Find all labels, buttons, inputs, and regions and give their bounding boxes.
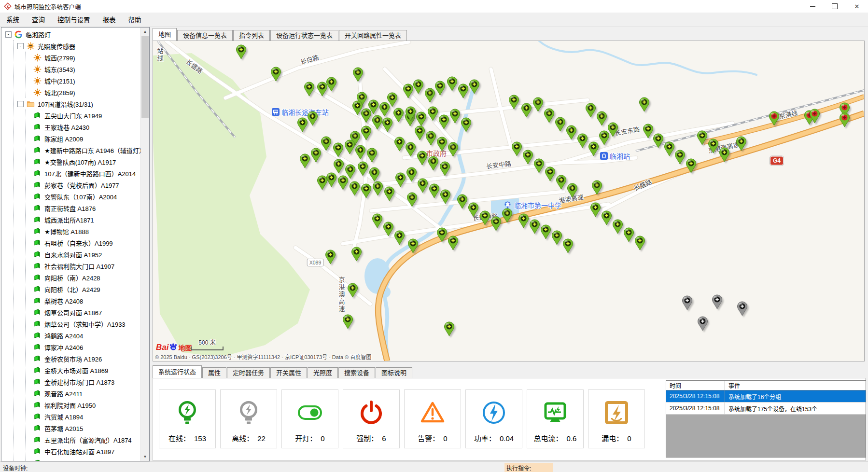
tree-device-item[interactable]: ★交警队西(107南) A1917 [26, 156, 141, 167]
tree-device-item[interactable]: 石咀桥（自来水）A1999 [26, 237, 141, 249]
device-pin-green[interactable] [357, 161, 368, 176]
minimize-button[interactable] [801, 0, 824, 13]
device-pin-green[interactable] [321, 136, 332, 151]
device-pin-green[interactable] [361, 125, 372, 140]
device-pin-green[interactable] [577, 133, 588, 148]
device-pin-green[interactable] [532, 97, 544, 112]
device-pin-green[interactable] [719, 147, 730, 162]
device-pin-green[interactable] [325, 250, 336, 264]
device-pin-green[interactable] [697, 130, 708, 145]
menu-item-0[interactable]: 系统 [0, 13, 26, 26]
map-tab-4[interactable]: 开关回路属性一览表 [339, 30, 407, 41]
device-pin-green[interactable] [545, 167, 556, 181]
panel-tab-2[interactable]: 定时器任务 [227, 367, 270, 378]
tree-device-item[interactable]: 陈家组 A2009 [26, 133, 141, 144]
map-tab-1[interactable]: 设备信息一览表 [177, 30, 233, 41]
device-pin-green[interactable] [601, 210, 612, 225]
device-pin-green[interactable] [406, 167, 417, 182]
device-pin-green[interactable] [444, 321, 455, 336]
tree-device-item[interactable]: 五尖山大门东 A1949 [26, 110, 141, 121]
device-pin-green[interactable] [405, 106, 416, 121]
device-pin-green[interactable] [588, 141, 599, 156]
device-pin-green[interactable] [566, 125, 577, 140]
device-pin-green[interactable] [416, 111, 427, 126]
device-pin-green[interactable] [490, 216, 502, 231]
device-pin-green[interactable] [395, 172, 406, 187]
device-pin-gray[interactable] [712, 294, 723, 309]
device-pin-green[interactable] [736, 136, 747, 151]
device-pin-green[interactable] [351, 247, 362, 262]
device-pin-green[interactable] [297, 117, 308, 132]
device-pin-green[interactable] [403, 83, 414, 98]
device-pin-green[interactable] [567, 183, 578, 198]
device-pin-green[interactable] [310, 148, 322, 163]
device-pin-red[interactable] [839, 112, 850, 127]
device-pin-green[interactable] [428, 156, 439, 171]
device-pin-green[interactable] [436, 227, 448, 242]
device-pin-green[interactable] [299, 153, 310, 168]
panel-tab-5[interactable]: 搜索设备 [338, 367, 375, 378]
tree-device-item[interactable]: 社会福利院大门口 A1907 [26, 260, 141, 272]
device-pin-green[interactable] [427, 106, 438, 121]
device-pin-green[interactable] [414, 125, 425, 140]
collapse-toggle-icon[interactable]: - [5, 31, 12, 38]
device-pin-green[interactable] [394, 230, 405, 245]
device-pin-green[interactable] [562, 238, 574, 253]
device-pin-green[interactable] [469, 79, 480, 94]
device-pin-green[interactable] [634, 236, 645, 250]
device-pin-green[interactable] [643, 124, 654, 139]
tree-device-item[interactable]: 谭家冲 A2406 [26, 341, 141, 353]
tree-group-item-1[interactable]: -107国道沿线(31/31) [14, 98, 141, 110]
device-pin-green[interactable] [502, 208, 513, 223]
tree-device-item[interactable] [26, 457, 141, 461]
menu-item-2[interactable]: 控制与设置 [51, 13, 97, 26]
panel-tab-1[interactable]: 属性 [202, 367, 226, 378]
device-pin-green[interactable] [544, 108, 555, 123]
menu-item-4[interactable]: 帮助 [122, 13, 148, 26]
device-pin-green[interactable] [708, 139, 719, 153]
device-pin-green[interactable] [521, 103, 532, 118]
device-pin-green[interactable] [424, 88, 435, 103]
maximize-button[interactable] [824, 0, 846, 13]
device-pin-green[interactable] [448, 236, 459, 250]
event-row[interactable]: 2025/3/28 12:15:08系统加载了16个分组 [666, 390, 866, 403]
tree-device-item[interactable]: 观音路 A2411 [26, 388, 141, 399]
device-pin-green[interactable] [461, 117, 472, 132]
device-pin-green[interactable] [623, 227, 634, 242]
tree-device-item[interactable]: 烟草公司对面 A1867 [26, 306, 141, 318]
device-pin-green[interactable] [369, 167, 380, 182]
device-pin-green[interactable] [555, 117, 566, 132]
device-pin-green[interactable] [372, 115, 383, 130]
scroll-down-icon[interactable]: ▼ [141, 453, 149, 461]
tree-root-item[interactable]: -临湘路灯 [1, 28, 141, 40]
event-row[interactable]: 2025/3/28 12:15:08系统加载了175个设备，在线153个 [666, 403, 866, 415]
tree-device-item[interactable]: 鸿鹤路 A2404 [26, 330, 141, 341]
device-pin-red[interactable] [809, 109, 820, 124]
tree-device-item[interactable]: 五里派出所（富源汽配）A1874 [26, 434, 141, 445]
tree-device-item[interactable]: 芭茅塘 A2015 [26, 422, 141, 434]
tree-device-item[interactable]: 城西(2799) [26, 52, 141, 63]
device-pin-green[interactable] [347, 283, 358, 298]
device-pin-green[interactable] [382, 117, 393, 132]
tree-device-item[interactable]: 王家珑巷 A2430 [26, 121, 141, 133]
map-tab-3[interactable]: 设备运行状态一览表 [270, 30, 338, 41]
device-pin-green[interactable] [304, 82, 315, 97]
device-pin-green[interactable] [417, 178, 428, 193]
scroll-up-icon[interactable]: ▲ [141, 28, 149, 36]
device-pin-green[interactable] [333, 142, 344, 157]
device-pin-green[interactable] [333, 159, 344, 174]
device-pin-green[interactable] [425, 131, 436, 146]
tree-device-item[interactable]: 城东(3543) [26, 63, 141, 75]
tree-device-item[interactable]: 向阳桥（南）A2428 [26, 272, 141, 283]
device-pin-green[interactable] [533, 158, 545, 173]
tree-device-item[interactable]: 交警队东（107南）A2004 [26, 191, 141, 202]
device-pin-green[interactable] [270, 67, 281, 82]
panel-tab-3[interactable]: 开关属性 [270, 367, 307, 378]
close-button[interactable]: ✕ [846, 0, 868, 13]
device-pin-green[interactable] [529, 219, 540, 234]
device-pin-green[interactable] [556, 175, 567, 190]
tree-device-item[interactable]: 中石化加油站对面 A1897 [26, 445, 141, 457]
tree-device-item[interactable]: 南正街转盘 A1876 [26, 202, 141, 214]
tree-device-item[interactable]: ★博物馆 A1888 [26, 225, 141, 237]
device-pin-green[interactable] [344, 139, 355, 154]
